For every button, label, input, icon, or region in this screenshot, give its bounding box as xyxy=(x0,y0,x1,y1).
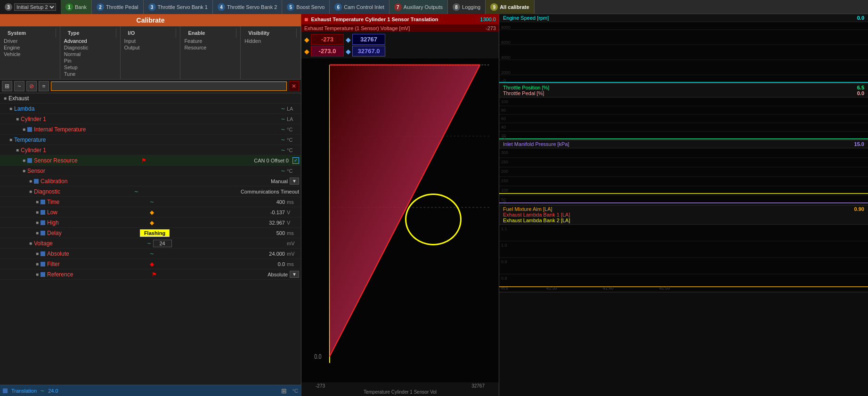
bottom-grid-icon[interactable]: ⊞ xyxy=(281,387,287,395)
expand-exhaust[interactable]: ■ xyxy=(2,96,8,101)
tree-row-internal-temp[interactable]: ■ Internal Temperature ~ °C xyxy=(0,124,301,135)
tab-bar: 3 Initial Setup 2 1 Bank 2 Throttle Peda… xyxy=(0,0,868,14)
filter-normal[interactable]: Normal xyxy=(64,51,116,57)
expand-reference[interactable]: ■ xyxy=(34,272,41,277)
wave-icon[interactable]: ~ xyxy=(14,81,24,91)
tree-row-temperature[interactable]: ■ Temperature ~ °C xyxy=(0,135,301,145)
sensor-header: ■ Exhaust Temperature Cylinder 1 Sensor … xyxy=(301,14,499,24)
tab-logging[interactable]: 8 Logging xyxy=(448,0,486,14)
setup-dropdown[interactable]: Initial Setup 2 xyxy=(14,3,56,11)
tab-cam-control[interactable]: 6 Cam Control Inlet xyxy=(330,0,389,14)
grid-icon[interactable]: ⊞ xyxy=(2,81,12,91)
expand-temp-cyl1[interactable]: ■ xyxy=(14,147,21,153)
expand-time[interactable]: ■ xyxy=(34,199,41,204)
tree-row-filter[interactable]: ■ Filter ◆ 0.0 ms xyxy=(0,259,301,269)
svg-text:300: 300 xyxy=(501,150,508,155)
filter-setup[interactable]: Setup xyxy=(64,64,116,71)
expand-voltage[interactable]: ■ xyxy=(27,241,34,246)
expand-sensor[interactable]: ■ xyxy=(21,168,27,173)
tab-aux-label: Auxiliary Outputs xyxy=(404,4,443,10)
close-search-icon[interactable]: ✕ xyxy=(289,81,299,91)
tab-bank-label: Bank xyxy=(75,4,87,10)
label-diagnostic: Diagnostic xyxy=(34,188,134,195)
tab-setup-selector[interactable]: 3 Initial Setup 2 xyxy=(0,0,61,14)
dropdown-reference[interactable]: ▼ xyxy=(290,271,299,278)
expand-delay[interactable]: ■ xyxy=(34,230,41,235)
inlet-manifold-title: Inlet Manifold Pressure [kPa] xyxy=(503,141,854,147)
center-panel: ■ Exhaust Temperature Cylinder 1 Sensor … xyxy=(301,14,499,396)
label-absolute: Absolute xyxy=(47,251,150,257)
field-voltage[interactable]: 24 xyxy=(153,240,172,247)
equals-icon[interactable]: = xyxy=(39,81,49,91)
expand-internal-temp[interactable]: ■ xyxy=(21,127,27,132)
tree-row-lambda[interactable]: ■ Lambda ~ LA xyxy=(0,104,301,114)
tab-boost-servo[interactable]: 5 Boost Servo xyxy=(282,0,330,14)
label-sensor: Sensor xyxy=(27,168,281,174)
expand-sensor-resource[interactable]: ■ xyxy=(21,158,27,163)
throttle-header: Throttle Position [%] 6.5 Throttle Pedal… xyxy=(499,84,868,97)
throttle-section: Throttle Position [%] 6.5 Throttle Pedal… xyxy=(499,84,868,140)
tree-row-exhaust[interactable]: ■ Exhaust xyxy=(0,93,301,104)
filter-advanced[interactable]: Advanced xyxy=(64,38,116,44)
sensor-subtitle-value: -273 xyxy=(486,25,496,31)
label-lambda: Lambda xyxy=(14,105,281,112)
filter-pin[interactable]: Pin xyxy=(64,57,116,64)
filter-tune[interactable]: Tune xyxy=(64,71,116,77)
filter-diagnostic[interactable]: Diagnostic xyxy=(64,44,116,51)
sensor-title-value: 1300.0 xyxy=(480,16,496,22)
exhaust-lambda-bank1-title: Exhaust Lambda Bank 1 [LA] xyxy=(503,212,864,218)
expand-absolute[interactable]: ■ xyxy=(34,251,41,256)
filter-type-header: Type xyxy=(64,28,116,38)
tree-row-calibration[interactable]: ■ Calibration Manual ▼ xyxy=(0,176,301,186)
filter-engine[interactable]: Engine xyxy=(4,44,56,51)
tree-row-lambda-cyl1[interactable]: ■ Cylinder 1 ~ LA xyxy=(0,114,301,124)
label-temperature: Temperature xyxy=(14,137,281,143)
tab-auxiliary-outputs[interactable]: 7 Auxiliary Outputs xyxy=(389,0,448,14)
svg-text:-0: -0 xyxy=(502,200,506,205)
tab-bank[interactable]: 1 Bank xyxy=(61,0,92,14)
expand-low[interactable]: ■ xyxy=(34,210,41,215)
stop-icon[interactable]: ⊘ xyxy=(26,81,37,91)
expand-lambda-cyl1[interactable]: ■ xyxy=(14,116,21,121)
tab-servo-bank-2[interactable]: 4 Throttle Servo Bank 2 xyxy=(213,0,282,14)
filter-vehicle[interactable]: Vehicle xyxy=(4,51,56,57)
expand-calibration[interactable]: ■ xyxy=(27,178,34,184)
tree-row-absolute[interactable]: ■ Absolute ~ 24.000 mV xyxy=(0,249,301,259)
dropdown-calibration[interactable]: ▼ xyxy=(290,178,299,185)
tree-row-temp-cyl1[interactable]: ■ Cylinder 1 ~ °C xyxy=(0,145,301,155)
svg-text:250: 250 xyxy=(501,160,508,164)
filter-input[interactable]: Input xyxy=(124,38,177,44)
filter-hidden[interactable]: Hidden xyxy=(244,38,297,44)
expand-high[interactable]: ■ xyxy=(34,220,41,225)
tree-row-reference[interactable]: ■ Reference ⚑ Absolute ▼ xyxy=(0,269,301,280)
expand-lambda[interactable]: ■ xyxy=(8,106,14,111)
svg-text:40: 40 xyxy=(501,125,506,129)
vbox-4: ◆ 32767.0 xyxy=(346,46,385,57)
expand-filter[interactable]: ■ xyxy=(34,261,41,267)
tree-row-sensor-resource[interactable]: ■ Sensor Resource ⚑ CAN 0 Offset 0 ✓ xyxy=(0,155,301,166)
filter-driver[interactable]: Driver xyxy=(4,38,56,44)
tree-row-sensor[interactable]: ■ Sensor ~ °C xyxy=(0,166,301,176)
tree-row-low[interactable]: ■ Low ◆ -0.137 V xyxy=(0,207,301,218)
filter-feature[interactable]: Feature xyxy=(184,38,236,44)
tree-row-high[interactable]: ■ High ◆ 32.967 V xyxy=(0,218,301,228)
tree-row-voltage[interactable]: ■ Voltage ~ 24 mV xyxy=(0,238,301,249)
filter-output[interactable]: Output xyxy=(124,44,177,51)
tree-row-diagnostic[interactable]: ■ Diagnostic ~ Communications Timeout xyxy=(0,186,301,197)
icon-high xyxy=(41,220,45,225)
search-input[interactable]: temperature cylinder 1 xyxy=(51,81,287,91)
expand-temperature[interactable]: ■ xyxy=(8,137,14,142)
chart-x-labels: -273 32767 xyxy=(301,382,499,389)
filter-resource[interactable]: Resource xyxy=(184,44,236,51)
tab-throttle-pedal[interactable]: 2 Throttle Pedal xyxy=(92,0,143,14)
tab-all-calibrate[interactable]: 9 All calibrate xyxy=(486,0,534,14)
tab-servo-bank-1[interactable]: 3 Throttle Servo Bank 1 xyxy=(144,0,213,14)
expand-diagnostic[interactable]: ■ xyxy=(27,189,34,194)
tree-row-time[interactable]: ■ Time ~ 400 ms xyxy=(0,197,301,207)
checkbox-sensor-resource[interactable]: ✓ xyxy=(292,157,299,164)
tree-row-delay[interactable]: ■ Delay Flashing 500 ms xyxy=(0,228,301,238)
tab-all-num: 9 xyxy=(490,3,498,11)
wave-time: ~ xyxy=(150,198,154,206)
engine-speed-svg: 8000 6000 4000 2000 -0 xyxy=(499,22,868,83)
engine-speed-header: Engine Speed [rpm] 0.0 xyxy=(499,14,868,22)
